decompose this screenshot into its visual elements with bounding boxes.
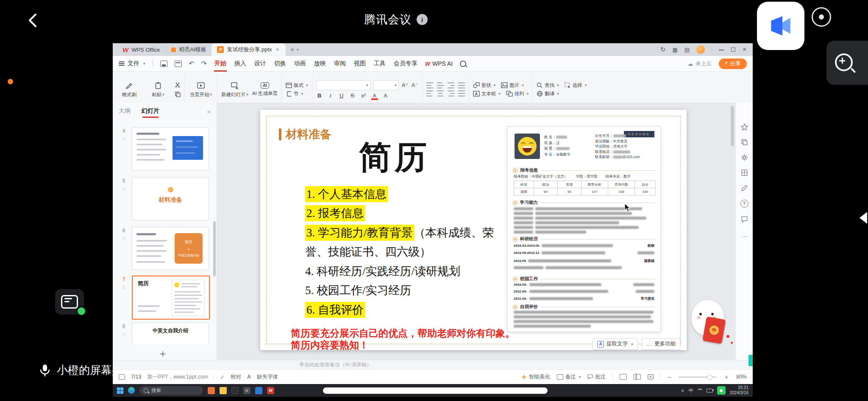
ime-indicator[interactable]: 中 [689,387,693,394]
cut-icon[interactable] [175,82,181,88]
chat-button[interactable] [55,289,84,315]
menu-tab-slideshow[interactable]: 放映 [314,59,326,68]
star-icon[interactable]: ☆ [121,136,126,142]
user-avatar[interactable] [696,45,705,54]
beautify-button[interactable]: 智能美化 [521,373,550,381]
bullet-list-icon[interactable] [426,83,433,89]
tab-slides[interactable]: 幻灯片 [142,107,159,115]
font-family-select[interactable]: ▾ [316,80,370,90]
more-tools-icon[interactable]: … [741,231,748,238]
numbered-list-icon[interactable] [437,83,444,89]
tray-expand-icon[interactable]: ∧ [681,388,684,393]
extract-text-button[interactable]: A 提取文字 ▾ [593,338,638,350]
edge-browser-icon[interactable] [128,387,135,394]
new-slide-button[interactable]: 新建幻灯片▾ [221,74,248,105]
folder-icon[interactable] [220,387,227,394]
strikethrough-button[interactable]: S [349,92,356,99]
tab-template[interactable]: 稻壳AI模板 [166,43,211,56]
bold-button[interactable]: B [316,92,323,99]
notes-bar[interactable]: 单击此处添加备注（AI 演讲稿） [113,360,753,369]
tab-document[interactable]: P 复试经验分享.pptx × [211,43,285,56]
arrange-button[interactable]: 排列▾ [506,91,529,97]
shapes-button[interactable]: 形状▾ [473,82,496,89]
underline-button[interactable]: U [338,92,345,99]
layers-icon[interactable] [741,139,748,146]
green-app-badge[interactable] [717,386,726,395]
menu-tab-design[interactable]: 设计 [254,59,267,68]
apps-grid-icon[interactable]: ▦ [672,47,677,53]
align-justify-icon[interactable] [458,91,465,97]
slide-thumb-8[interactable]: 8☆ 中英文自我介绍 [119,323,209,344]
collapse-panel-icon[interactable]: « [207,108,211,115]
taskbar-app-2[interactable] [231,387,239,394]
tab-wps-home[interactable]: W WPS Office [117,43,165,56]
taskbar-app-3[interactable] [255,387,262,394]
slide-thumb-7-selected[interactable]: 7☆ 简历 [119,276,210,320]
more-features-button[interactable]: … 更多功能 [642,338,681,350]
canvas-scrollbar[interactable] [731,106,734,146]
comments-button[interactable]: 批注 [587,373,606,381]
menu-tab-member[interactable]: 会员专享 [393,59,418,68]
menu-tab-review[interactable]: 审阅 [334,59,346,68]
editor-canvas[interactable]: 材料准备 简历 1. 个人基本信息 2. 报考信息 3. 学习能力/教育背景（本… [217,103,735,360]
panel-scrollbar[interactable] [213,221,216,276]
align-center-icon[interactable] [437,91,444,97]
zoom-level[interactable]: 80% [736,374,747,380]
tab-list-dropdown-icon[interactable]: ▾ [297,47,299,52]
battery-icon[interactable] [707,389,713,393]
wps-taskbar-icon[interactable]: W [267,387,274,394]
menu-tab-home[interactable]: 开始 [214,59,227,68]
beautify-floating-accent[interactable] [748,355,753,366]
star-icon[interactable]: ☆ [121,284,126,290]
view-play-icon[interactable] [648,374,654,379]
pencil-icon[interactable] [741,184,748,192]
add-slide-button[interactable]: ＋ [158,347,168,360]
slide-thumb-4[interactable]: 4☆ [119,127,209,170]
ai-generate-button[interactable]: AI AI 生成单页 [252,74,278,105]
slide-title[interactable]: 简历 [359,136,430,180]
menu-tab-transition[interactable]: 切换 [274,59,287,68]
meeting-app-logo[interactable] [757,2,804,50]
menu-search-icon[interactable] [460,61,466,67]
info-icon[interactable]: i [417,14,428,25]
align-left-icon[interactable] [426,91,433,97]
view-normal-icon[interactable] [620,374,627,380]
start-button[interactable] [117,387,123,394]
tab-outline[interactable]: 大纲 [119,107,131,115]
translate-button[interactable]: 翻译▾ [537,91,559,97]
notes-button[interactable]: 备注▾ [557,373,581,381]
section-button[interactable]: 节▾ [286,91,308,97]
find-button[interactable]: 查找▾ [537,82,559,89]
taskbar-app-1[interactable] [208,387,215,394]
indent-decrease-icon[interactable] [448,83,454,89]
redo-icon[interactable]: ↷ [201,60,207,67]
resume-image[interactable]: RESUME 姓 名： 民 族：汉 籍 贯： 专 业：金融数学 [507,126,661,332]
select-button[interactable]: 选择▾ [565,82,587,89]
record-icon[interactable] [812,7,831,27]
font-increase-button[interactable]: A⁺ [402,82,409,88]
window-maximize-button[interactable] [731,47,736,52]
clock[interactable]: 20:21 2024/3/16 [730,385,749,395]
properties-icon[interactable] [741,110,748,115]
menu-tab-animation[interactable]: 动画 [294,59,306,68]
tab-close-icon[interactable]: × [275,46,280,53]
cloud-status[interactable]: ☁ 未上云 [687,60,712,67]
zoom-control[interactable] [826,41,868,85]
star-icon[interactable]: ☆ [121,235,126,242]
new-tab-button[interactable]: ＋ [289,45,296,54]
line-spacing-icon[interactable] [458,83,465,89]
save-icon[interactable] [160,61,167,67]
star-icon[interactable]: ☆ [121,331,126,337]
layout-button[interactable]: 版式▾ [286,82,308,89]
slide-7[interactable]: 材料准备 简历 1. 个人基本信息 2. 报考信息 3. 学习能力/教育背景（本… [260,110,687,350]
menu-tab-insert[interactable]: 插入 [234,59,247,68]
superscript-button[interactable]: x² [360,92,367,99]
paste-button[interactable]: 粘贴▾ [146,81,170,98]
print-icon[interactable] [175,61,182,67]
wifi-icon[interactable] [698,389,702,393]
font-decrease-button[interactable]: A⁻ [412,82,418,88]
zoom-slider[interactable] [678,376,716,378]
window-close-button[interactable]: × [743,47,748,52]
menu-tab-wps-ai[interactable]: W WPS AI [425,60,453,67]
slide-thumb-6[interactable]: 6☆ 简历 ＋ 中英文自我介绍 [119,227,209,270]
